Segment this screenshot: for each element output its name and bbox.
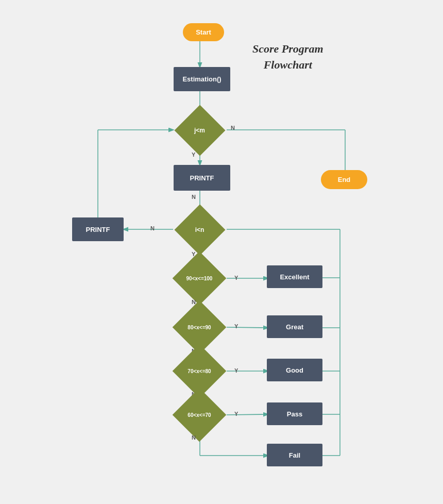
in-n-label: N xyxy=(150,225,155,231)
d90-y-label: Y xyxy=(234,275,238,281)
great-shape: Great xyxy=(267,315,322,338)
printf2-shape: PRINTF xyxy=(72,217,124,241)
chart-title: Score Program Flowchart xyxy=(252,41,323,73)
in-diamond: i<n xyxy=(175,212,224,248)
start-shape: Start xyxy=(183,23,224,41)
d70-y-label: Y xyxy=(234,367,238,374)
excellent-shape: Excellent xyxy=(267,265,322,288)
fail-shape: Fail xyxy=(267,444,322,466)
jm-diamond: j<m xyxy=(175,112,224,148)
svg-line-9 xyxy=(227,327,268,328)
d80-y-label: Y xyxy=(234,323,238,329)
d80-diamond: 80<x<=90 xyxy=(166,308,233,346)
svg-line-13 xyxy=(227,414,268,415)
flowchart-canvas: Score Program Flowchart xyxy=(0,0,443,504)
estimation-shape: Estimation() xyxy=(174,67,230,91)
pass-shape: Pass xyxy=(267,402,322,425)
end-shape: End xyxy=(321,170,367,189)
good-shape: Good xyxy=(267,359,322,381)
d60-y-label: Y xyxy=(234,411,238,417)
d60-diamond: 60<x<=70 xyxy=(166,396,233,434)
d90-diamond: 90<x<=100 xyxy=(166,259,233,297)
printf1-n-label: N xyxy=(192,194,196,200)
jm-n-label: N xyxy=(231,125,235,131)
d70-diamond: 70<x<=80 xyxy=(166,352,233,390)
jm-y-label: Y xyxy=(192,152,195,158)
printf1-shape: PRINTF xyxy=(174,165,230,191)
d60-n-label: N xyxy=(192,434,196,441)
